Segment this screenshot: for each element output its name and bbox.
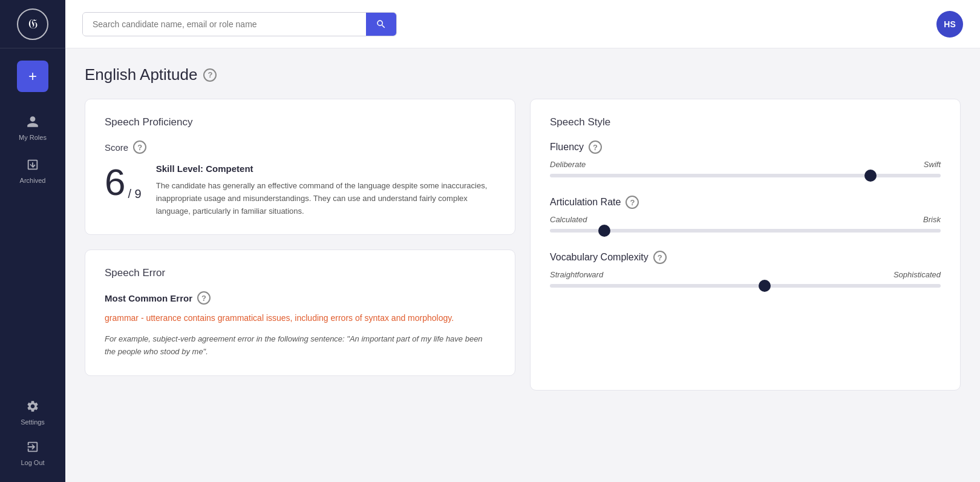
- articulation-label-left: Calculated: [550, 215, 587, 224]
- main-area: HS English Aptitude ? Speech Proficiency…: [65, 0, 980, 482]
- logo-icon: 𝔊: [17, 8, 48, 40]
- vocabulary-slider-track: [550, 284, 941, 288]
- speech-error-card: Speech Error Most Common Error ? grammar…: [85, 249, 515, 376]
- most-common-error-row: Most Common Error ?: [105, 291, 495, 305]
- plus-icon: +: [28, 68, 37, 85]
- sidebar-bottom: Settings Log Out: [5, 394, 60, 482]
- articulation-title-row: Articulation Rate ?: [550, 196, 941, 209]
- settings-icon: [26, 400, 39, 416]
- logout-icon: [26, 440, 39, 457]
- vocabulary-title-row: Vocabulary Complexity ?: [550, 251, 941, 264]
- articulation-labels: Calculated Brisk: [550, 215, 941, 224]
- articulation-title: Articulation Rate: [550, 197, 621, 208]
- score-help-icon[interactable]: ?: [133, 140, 146, 154]
- fluency-labels: Deliberate Swift: [550, 160, 941, 169]
- page-title: English Aptitude: [85, 65, 197, 84]
- sidebar: 𝔊 + My Roles Archived Settings: [0, 0, 65, 482]
- fluency-help-icon[interactable]: ?: [589, 140, 602, 154]
- my-roles-icon: [26, 115, 39, 131]
- speech-error-title: Speech Error: [105, 267, 495, 279]
- sidebar-item-settings-label: Settings: [21, 418, 45, 426]
- search-input[interactable]: [83, 13, 366, 35]
- search-button[interactable]: [366, 13, 396, 36]
- speech-style-title: Speech Style: [550, 116, 941, 128]
- articulation-help-icon[interactable]: ?: [626, 196, 639, 209]
- vocabulary-label-right: Sophisticated: [893, 270, 941, 279]
- fluency-label-left: Deliberate: [550, 160, 586, 169]
- vocabulary-metric: Vocabulary Complexity ? Straightforward …: [550, 251, 941, 288]
- most-common-error-help-icon[interactable]: ?: [197, 291, 211, 305]
- sidebar-item-my-roles-label: My Roles: [19, 134, 47, 141]
- score-detail: Skill Level: Competent The candidate has…: [156, 163, 495, 217]
- sidebar-item-archived-label: Archived: [20, 177, 46, 184]
- header: HS: [65, 0, 980, 48]
- most-common-error-label: Most Common Error: [105, 293, 192, 303]
- vocabulary-help-icon[interactable]: ?: [653, 251, 667, 264]
- fluency-slider-thumb: [864, 170, 877, 182]
- score-row: 6 / 9 Skill Level: Competent The candida…: [105, 163, 495, 217]
- speech-proficiency-title: Speech Proficiency: [105, 116, 495, 128]
- score-label: Score: [105, 142, 128, 153]
- search-icon: [376, 19, 387, 30]
- speech-proficiency-card: Speech Proficiency Score ? 6 / 9 Skill L…: [85, 99, 515, 235]
- score-denom: / 9: [128, 187, 141, 201]
- vocabulary-labels: Straightforward Sophisticated: [550, 270, 941, 279]
- vocabulary-title: Vocabulary Complexity: [550, 252, 648, 263]
- sidebar-item-archived[interactable]: Archived: [5, 152, 60, 190]
- sidebar-item-settings[interactable]: Settings: [5, 394, 60, 432]
- example-text: For example, subject-verb agreement erro…: [105, 333, 495, 358]
- score-display: 6 / 9: [105, 163, 142, 201]
- skill-description: The candidate has generally an effective…: [156, 180, 495, 217]
- error-text: grammar - utterance contains grammatical…: [105, 312, 495, 325]
- user-avatar[interactable]: HS: [936, 11, 963, 38]
- left-column: Speech Proficiency Score ? 6 / 9 Skill L…: [85, 99, 515, 391]
- fluency-metric: Fluency ? Deliberate Swift: [550, 140, 941, 177]
- vocabulary-slider-thumb: [759, 280, 771, 292]
- fluency-slider-track: [550, 174, 941, 177]
- sidebar-nav: My Roles Archived: [5, 104, 60, 394]
- fluency-title-row: Fluency ?: [550, 140, 941, 154]
- sidebar-item-logout-label: Log Out: [21, 459, 44, 466]
- search-box: [82, 12, 397, 36]
- sidebar-item-logout[interactable]: Log Out: [5, 434, 60, 472]
- right-column: Speech Style Fluency ? Deliberate Swift: [530, 99, 961, 391]
- articulation-slider-track: [550, 229, 941, 233]
- articulation-rate-metric: Articulation Rate ? Calculated Brisk: [550, 196, 941, 233]
- articulation-label-right: Brisk: [923, 215, 941, 224]
- add-button[interactable]: +: [17, 61, 48, 92]
- score-number: 6: [105, 163, 125, 201]
- two-column-layout: Speech Proficiency Score ? 6 / 9 Skill L…: [85, 99, 961, 391]
- page-title-help-icon[interactable]: ?: [203, 68, 217, 82]
- fluency-label-right: Swift: [924, 160, 941, 169]
- score-label-row: Score ?: [105, 140, 495, 154]
- page-title-row: English Aptitude ?: [85, 65, 961, 84]
- sidebar-item-my-roles[interactable]: My Roles: [5, 109, 60, 147]
- page-content: English Aptitude ? Speech Proficiency Sc…: [65, 48, 980, 482]
- vocabulary-label-left: Straightforward: [550, 270, 603, 279]
- sidebar-logo: 𝔊: [0, 0, 65, 48]
- articulation-slider-thumb: [598, 225, 610, 237]
- fluency-title: Fluency: [550, 142, 584, 153]
- archived-icon: [26, 158, 39, 174]
- skill-level: Skill Level: Competent: [156, 163, 495, 174]
